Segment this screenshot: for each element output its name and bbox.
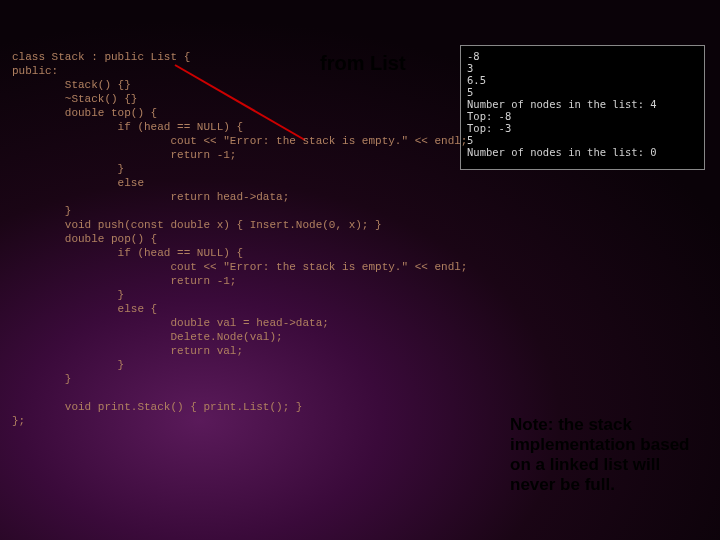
note-text: Note: the stack implementation based on …	[510, 415, 700, 495]
code-block: class Stack : public List { public: Stac…	[12, 50, 710, 428]
